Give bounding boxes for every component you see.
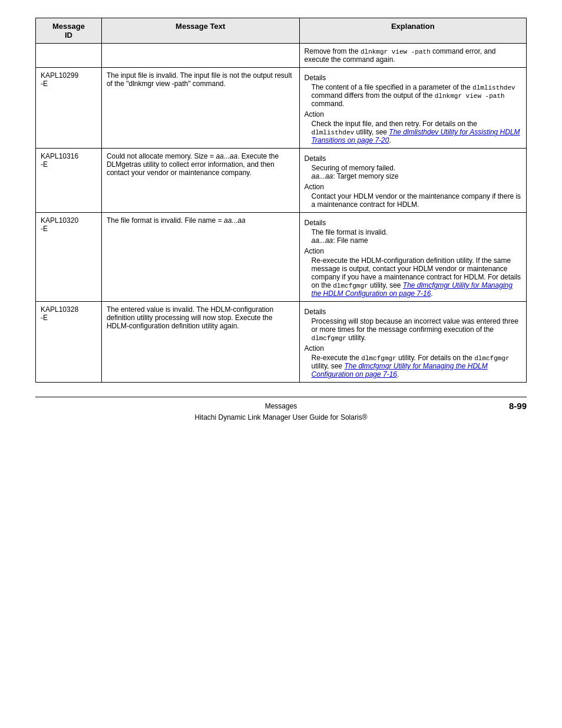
table-cell-msg-text: Could not allocate memory. Size = aa...a…: [101, 149, 299, 213]
table-cell-msg-text: [101, 44, 299, 68]
footer-page-number: 8-99: [480, 401, 527, 411]
table-cell-msg-id: KAPL10320 -E: [36, 213, 102, 302]
table-cell-explanation: DetailsSecuring of memory failed.aa...aa…: [299, 149, 526, 213]
table-cell-msg-text: The entered value is invalid. The HDLM-c…: [101, 302, 299, 383]
table-cell-explanation: Remove from the dlnkmgr view -path comma…: [299, 44, 526, 68]
col-header-explanation: Explanation: [299, 18, 526, 44]
footer-center-text: Messages: [82, 402, 480, 410]
table-cell-msg-id: KAPL10316 -E: [36, 149, 102, 213]
table-cell-explanation: DetailsThe file format is invalid.aa...a…: [299, 213, 526, 302]
col-header-msg-id: Message ID: [36, 18, 102, 44]
main-table: Message ID Message Text Explanation Remo…: [35, 18, 527, 383]
page-container: Message ID Message Text Explanation Remo…: [35, 18, 527, 421]
table-cell-msg-id: KAPL10328 -E: [36, 302, 102, 383]
table-cell-explanation: DetailsThe content of a file specified i…: [299, 68, 526, 149]
footer: Messages 8-99: [35, 397, 527, 411]
col-header-msg-text: Message Text: [101, 18, 299, 44]
table-cell-msg-text: The file format is invalid. File name = …: [101, 213, 299, 302]
footer-bottom-text: Hitachi Dynamic Link Manager User Guide …: [35, 413, 527, 421]
table-cell-explanation: DetailsProcessing will stop because an i…: [299, 302, 526, 383]
table-cell-msg-id: [36, 44, 102, 68]
table-cell-msg-text: The input file is invalid. The input fil…: [101, 68, 299, 149]
table-cell-msg-id: KAPL10299 -E: [36, 68, 102, 149]
